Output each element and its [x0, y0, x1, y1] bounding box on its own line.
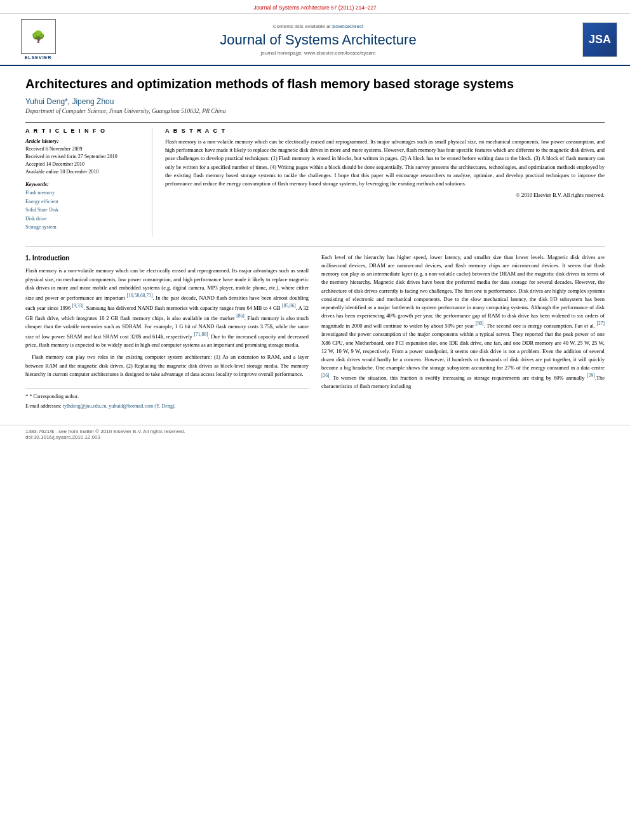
keyword-ssd: Solid State Disk [25, 206, 144, 215]
keyword-flash-memory: Flash memory [25, 189, 144, 197]
footnote-star-note: * * Corresponding author. [25, 392, 309, 401]
article-history: Article history: Received 6 November 200… [25, 138, 144, 176]
ref-10-58-68-71[interactable]: [10,58,68,71] [127, 293, 153, 298]
keyword-storage-system: Storage system [25, 223, 144, 232]
footnote-email-link[interactable]: tylhdeng@jnu.edu.cn, yuhuid@hotmail.com … [63, 403, 176, 409]
footnote-email: E-mail addresses: tylhdeng@jnu.edu.cn, y… [25, 403, 309, 410]
body-left-column: 1. Introduction Flash memory is a non-vo… [25, 253, 309, 412]
ref-71-86[interactable]: [71,86] [194, 331, 208, 337]
elsevier-logo-box: 🌳 [21, 19, 56, 54]
ref-29[interactable]: [29] [587, 373, 595, 378]
science-direct-text: Contents lists available at ScienceDirec… [64, 23, 573, 29]
affiliation: Department of Computer Science, Jinan Un… [25, 108, 605, 114]
revised-date: Received in revised form 27 September 20… [25, 153, 144, 161]
elsevier-tree-icon: 🌳 [31, 30, 45, 44]
info-abstract-section: A R T I C L E I N F O Article history: R… [25, 122, 605, 237]
history-heading: Article history: [25, 138, 144, 144]
author-1: Yuhui Deng* [25, 97, 68, 106]
journal-reference: Journal of Systems Architecture 57 (2011… [253, 4, 377, 11]
ref-26[interactable]: [26] [321, 373, 330, 378]
footnote-section: * * Corresponding author. E-mail address… [25, 388, 309, 411]
bottom-bar: 1383-7621/$ - see front matter © 2010 El… [0, 425, 630, 443]
ref-86[interactable]: [86] [236, 313, 245, 319]
body-columns: 1. Introduction Flash memory is a non-vo… [25, 253, 605, 412]
journal-header: 🌳 ELSEVIER Contents lists available at S… [0, 14, 630, 66]
top-bar: Journal of Systems Architecture 57 (2011… [0, 0, 630, 14]
journal-main-title: Journal of Systems Architecture [64, 32, 573, 48]
article-info-label: A R T I C L E I N F O [25, 128, 144, 134]
abstract-text: Flash memory is a non-volatile memory wh… [165, 138, 605, 188]
journal-homepage: journal homepage: www.elsevier.com/locat… [64, 50, 573, 56]
journal-title-section: Contents lists available at ScienceDirec… [64, 23, 573, 56]
keywords-list: Flash memory Energy efficient Solid Stat… [25, 189, 144, 232]
intro-para-2: Flash memory can play two roles in the e… [25, 353, 309, 378]
ref-27[interactable]: [27] [597, 321, 605, 326]
content-divider [25, 246, 605, 247]
ref-85-86[interactable]: [85,86] [282, 303, 296, 309]
accepted-date: Accepted 14 December 2010 [25, 161, 144, 168]
article-info-column: A R T I C L E I N F O Article history: R… [25, 128, 152, 237]
ref-80[interactable]: [80] [476, 321, 484, 326]
intro-para-1: Flash memory is a non-volatile memory wh… [25, 267, 309, 349]
available-date: Available online 30 December 2010 [25, 168, 144, 176]
keyword-disk-drive: Disk drive [25, 215, 144, 223]
article-title: Architectures and optimization methods o… [25, 76, 605, 92]
received-date: Received 6 November 2009 [25, 145, 144, 153]
section-1-heading: 1. Introduction [25, 253, 309, 263]
jsa-logo-section: JSA [573, 22, 617, 57]
abstract-label: A B S T R A C T [165, 128, 605, 134]
science-direct-link[interactable]: ScienceDirect [332, 23, 363, 29]
author-2: Jipeng Zhou [72, 97, 114, 106]
elsevier-logo-section: 🌳 ELSEVIER [13, 19, 64, 60]
doi-line: doi:10.1016/j.sysarc.2010.12.003 [25, 434, 605, 440]
jsa-logo-box: JSA [582, 22, 617, 57]
issn-line: 1383-7621/$ - see front matter © 2010 El… [25, 429, 605, 434]
abstract-column: A B S T R A C T Flash memory is a non-vo… [165, 128, 605, 237]
ref-9-33[interactable]: [9,33] [72, 303, 83, 309]
right-para-1: Each level of the hierarchy has higher s… [321, 253, 605, 390]
keywords-section: Keywords: Flash memory Energy efficient … [25, 181, 144, 232]
keywords-heading: Keywords: [25, 181, 144, 187]
keyword-energy-efficient: Energy efficient [25, 197, 144, 206]
abstract-copyright: © 2010 Elsevier B.V. All rights reserved… [165, 192, 605, 198]
authors: Yuhui Deng*, Jipeng Zhou [25, 97, 605, 106]
body-right-column: Each level of the hierarchy has higher s… [321, 253, 605, 412]
main-content: Architectures and optimization methods o… [0, 66, 630, 425]
elsevier-label: ELSEVIER [25, 55, 52, 60]
